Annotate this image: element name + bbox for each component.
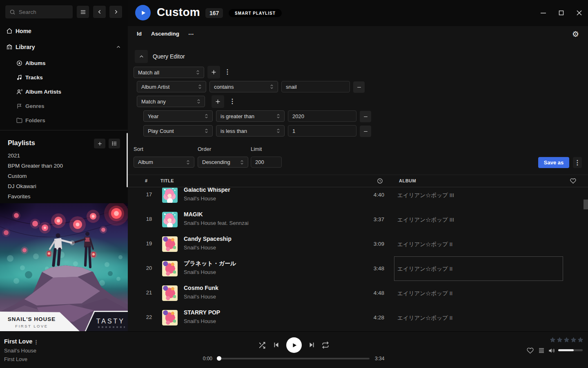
- queue-button[interactable]: [538, 347, 545, 354]
- rule3-operator-select[interactable]: is less than: [216, 125, 285, 137]
- play-playlist-button[interactable]: [135, 5, 151, 20]
- track-row[interactable]: 17 Galactic Whisper Snail's House 4:40 エ…: [128, 188, 588, 207]
- close-button[interactable]: [576, 10, 582, 16]
- maximize-button[interactable]: [559, 10, 564, 16]
- rule1-field-select[interactable]: Album Artist: [137, 81, 206, 92]
- track-album[interactable]: エイリアン☆ポップ II: [397, 241, 452, 248]
- sidebar-item-tracks[interactable]: Tracks: [0, 72, 128, 83]
- track-album[interactable]: エイリアン☆ポップ II: [397, 265, 452, 273]
- track-title[interactable]: STARRY POP: [184, 309, 220, 316]
- rule3-remove-button[interactable]: [360, 126, 371, 137]
- add-rule-button[interactable]: [207, 66, 220, 79]
- track-album[interactable]: エイリアン☆ポップ II: [397, 290, 452, 297]
- sidebar-item-album-artists[interactable]: Album Artists: [0, 86, 128, 97]
- track-title[interactable]: Galactic Whisper: [184, 188, 230, 193]
- rule1-value-input[interactable]: snail: [281, 81, 350, 92]
- playlist-item[interactable]: Custom: [8, 171, 118, 181]
- rule1-remove-button[interactable]: [353, 81, 365, 93]
- search-input[interactable]: Search: [5, 5, 73, 18]
- seek-handle[interactable]: [217, 356, 221, 361]
- nav-forward-button[interactable]: [109, 6, 122, 18]
- track-title[interactable]: プラネット・ガール: [184, 260, 236, 267]
- chevron-up-icon[interactable]: [116, 45, 121, 49]
- previous-button[interactable]: [273, 341, 280, 348]
- rule-group-menu-button[interactable]: ⋮: [224, 68, 231, 76]
- add-group-rule-button[interactable]: [212, 95, 224, 108]
- sort-select[interactable]: Album: [134, 157, 194, 168]
- track-row[interactable]: 22 STARRY POP Snail's House 4:28 エイリアン☆ポ…: [128, 305, 588, 330]
- column-index[interactable]: #: [145, 178, 148, 183]
- now-playing-title[interactable]: First Love: [4, 338, 32, 345]
- rating-stars[interactable]: [550, 337, 584, 343]
- gear-icon[interactable]: ⚙: [572, 29, 579, 39]
- sidebar-item-albums[interactable]: Albums: [0, 58, 128, 68]
- rule2-value-input[interactable]: 2020: [288, 110, 356, 122]
- now-playing-artist[interactable]: Snail's House: [4, 348, 36, 354]
- track-title[interactable]: MAGIK: [184, 211, 203, 218]
- limit-input[interactable]: 200: [251, 157, 282, 168]
- star-icon[interactable]: [557, 337, 563, 343]
- favorite-column-heart-icon[interactable]: [570, 178, 576, 184]
- duration-column-clock-icon[interactable]: [377, 178, 383, 184]
- order-select[interactable]: Descending: [198, 157, 248, 168]
- group-match-select[interactable]: Match any: [137, 96, 205, 107]
- sort-field-button[interactable]: Id: [137, 31, 142, 37]
- star-icon[interactable]: [564, 337, 570, 343]
- main-scrollbar-thumb[interactable]: [584, 200, 588, 209]
- playlist-item[interactable]: BPM Greater than 200: [8, 161, 118, 171]
- add-playlist-button[interactable]: [94, 139, 105, 148]
- track-row[interactable]: 20 プラネット・ガール Snail's House 3:48 エイリアン☆ポッ…: [128, 256, 588, 281]
- playlist-item[interactable]: 2021: [8, 150, 118, 161]
- star-icon[interactable]: [570, 337, 577, 343]
- track-artist[interactable]: Snail's House: [184, 318, 216, 324]
- playlist-list-button[interactable]: [109, 139, 120, 148]
- sidebar-scrollbar-thumb[interactable]: [127, 133, 128, 187]
- menu-button[interactable]: [77, 6, 89, 18]
- track-title[interactable]: Candy Spaceship: [184, 236, 232, 242]
- repeat-button[interactable]: [322, 341, 329, 349]
- minimize-button[interactable]: [540, 10, 546, 16]
- track-title[interactable]: Cosmo Funk: [184, 285, 218, 291]
- rule1-operator-select[interactable]: contains: [209, 81, 278, 92]
- star-icon[interactable]: [577, 337, 584, 343]
- star-icon[interactable]: [550, 337, 556, 343]
- query-editor-collapse-button[interactable]: [135, 50, 148, 63]
- shuffle-button[interactable]: [258, 341, 266, 349]
- rule2-field-select[interactable]: Year: [143, 110, 213, 122]
- track-album[interactable]: エイリアン☆ポップ III: [397, 192, 454, 199]
- column-title[interactable]: TITLE: [160, 178, 174, 183]
- track-album[interactable]: エイリアン☆ポップ III: [397, 216, 454, 224]
- more-options-button[interactable]: ⋯: [188, 31, 194, 37]
- sidebar-item-folders[interactable]: Folders: [0, 115, 128, 126]
- now-playing-menu-button[interactable]: ⋮: [33, 339, 39, 345]
- sidebar-item-home[interactable]: Home: [0, 26, 128, 36]
- track-artist[interactable]: Snail's House feat. Sennzai: [184, 220, 249, 226]
- track-row[interactable]: 19 Candy Spaceship Snail's House 3:09 エイ…: [128, 232, 588, 256]
- seek-bar[interactable]: [218, 358, 370, 359]
- rule3-value-input[interactable]: 1: [288, 125, 356, 137]
- playlist-item[interactable]: DJ Okawari: [8, 181, 118, 191]
- column-album[interactable]: ALBUM: [399, 178, 416, 183]
- track-artist[interactable]: Snail's House: [184, 245, 216, 251]
- rule2-remove-button[interactable]: [360, 111, 371, 122]
- track-row[interactable]: 21 Cosmo Funk Snail's House 4:48 エイリアン☆ポ…: [128, 281, 588, 305]
- now-playing-album[interactable]: First Love: [4, 356, 27, 362]
- volume-slider[interactable]: [558, 349, 583, 351]
- sort-direction-button[interactable]: Ascending: [151, 31, 179, 37]
- favorite-button[interactable]: [527, 347, 534, 354]
- sidebar-item-library[interactable]: Library: [0, 42, 128, 52]
- next-button[interactable]: [308, 341, 315, 348]
- play-button[interactable]: [286, 337, 302, 353]
- track-album[interactable]: エイリアン☆ポップ II: [397, 314, 452, 322]
- save-menu-button[interactable]: ⋮: [573, 157, 582, 168]
- nav-back-button[interactable]: [93, 6, 106, 18]
- save-as-button[interactable]: Save as: [538, 157, 569, 168]
- volume-button[interactable]: [548, 347, 555, 354]
- sidebar-item-genres[interactable]: Genres: [0, 101, 128, 111]
- playlist-item[interactable]: Favorites: [8, 191, 118, 202]
- track-artist[interactable]: Snail's House: [184, 195, 216, 202]
- track-artist[interactable]: Snail's House: [184, 269, 216, 275]
- rule3-field-select[interactable]: Play Count: [143, 125, 213, 137]
- track-row[interactable]: 18 MAGIK Snail's House feat. Sennzai 3:3…: [128, 207, 588, 232]
- root-match-select[interactable]: Match all: [134, 67, 204, 78]
